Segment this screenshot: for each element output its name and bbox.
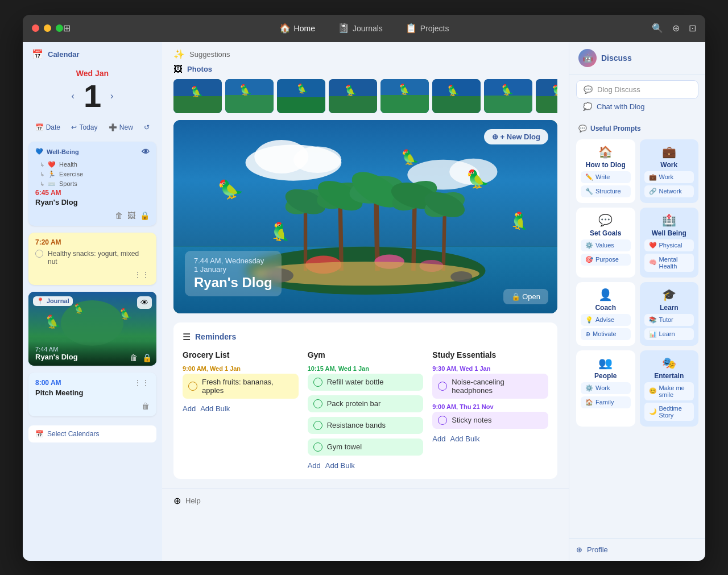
- sidebar-title: Calendar: [48, 50, 80, 59]
- right-bottom: ⊕ Profile: [569, 538, 705, 561]
- photo-thumb-8[interactable]: 🦜: [536, 79, 557, 113]
- calendar-day-label: Wed Jan: [32, 69, 153, 78]
- prompt-learn[interactable]: 🎓 Learn 📚 Tutor 📊 Learn: [640, 282, 699, 346]
- prompt-well-being[interactable]: 🏥 Well Being ❤️ Physical 🧠 Mental Health: [640, 208, 699, 278]
- nav-journals[interactable]: 📓 Journals: [333, 20, 387, 36]
- exercise-icon: 🏃: [48, 171, 56, 178]
- photo-thumb-2[interactable]: 🦜: [225, 79, 274, 113]
- grocery-add-bulk-button[interactable]: Add Bulk: [200, 404, 230, 413]
- people-icon: 👥: [598, 356, 613, 370]
- maximize-button[interactable]: [56, 24, 63, 32]
- grocery-check-1[interactable]: [188, 382, 197, 391]
- split-view-icon[interactable]: ⊡: [689, 23, 696, 34]
- window-controls: [32, 24, 63, 32]
- calendar-prev-button[interactable]: ‹: [72, 91, 75, 101]
- photo-thumb-6[interactable]: 🦜: [432, 79, 481, 113]
- photo-thumb-1[interactable]: 🦜: [173, 79, 222, 113]
- physical-button[interactable]: ❤️ Physical: [644, 239, 694, 251]
- tutor-icon: 📚: [649, 316, 657, 324]
- prompt-how-to-dlog[interactable]: 🏠 How to Dlog ✏️ Write 🔧 Structure: [576, 139, 635, 203]
- chat-icon: 💭: [583, 102, 592, 111]
- photo-thumb-4[interactable]: 🦜: [329, 79, 377, 113]
- prompt-set-goals[interactable]: 💬 Set Goals ⚙️ Values 🎯 Purpose: [576, 208, 635, 278]
- suggestions-icon: ✨: [173, 49, 185, 60]
- gym-check-2[interactable]: [313, 399, 322, 408]
- tutor-button[interactable]: 📚 Tutor: [644, 314, 694, 326]
- hide-icon[interactable]: 👁: [142, 147, 150, 156]
- date-button[interactable]: 📅 Date: [31, 121, 65, 134]
- health-item: ↳ ❤️ Health: [40, 160, 150, 169]
- learn-learn-button[interactable]: 📊 Learn: [644, 328, 694, 340]
- people-work-button[interactable]: ⚙️ Work: [581, 382, 631, 394]
- prompt-people[interactable]: 👥 People ⚙️ Work 🏠 Family: [576, 350, 635, 427]
- dlog-discuss-button[interactable]: 💬 Dlog Discuss: [576, 80, 698, 99]
- bedtime-story-button[interactable]: 🌙 Bedtime Story: [644, 403, 694, 421]
- mental-health-button[interactable]: 🧠 Mental Health: [644, 254, 694, 272]
- search-icon[interactable]: 🔍: [652, 23, 663, 34]
- network-button[interactable]: 🔗 Network: [644, 185, 694, 197]
- learn-icon: 🎓: [662, 288, 676, 301]
- today-icon: ↩: [71, 123, 77, 131]
- new-dlog-button[interactable]: ⊕ + New Dlog: [484, 129, 548, 144]
- family-button[interactable]: 🏠 Family: [581, 396, 631, 408]
- photos-strip: 🦜 🦜 🦜 🦜 🦜 🦜: [173, 79, 557, 113]
- study-add-bulk-button[interactable]: Add Bulk: [450, 435, 479, 443]
- structure-button[interactable]: 🔧 Structure: [581, 185, 631, 197]
- profile-icon: ⊕: [576, 545, 582, 554]
- select-calendars-button[interactable]: 📅 Select Calendars: [28, 425, 156, 442]
- grocery-add-button[interactable]: Add: [183, 404, 196, 413]
- lock-icon[interactable]: 🔒: [140, 211, 150, 220]
- journal-card[interactable]: 🦜 🦜 🦜 📍 Journal 👁 7:44 AM Ryan's Dlog 🗑: [28, 292, 156, 366]
- svg-rect-18: [380, 95, 429, 113]
- advise-button[interactable]: 💡 Advise: [581, 314, 631, 326]
- study-add-button[interactable]: Add: [432, 435, 445, 443]
- task-menu-icon[interactable]: ⋮⋮: [134, 270, 150, 279]
- journal-hide-icon[interactable]: 👁: [137, 296, 152, 309]
- work-work-button[interactable]: 💼 Work: [644, 171, 694, 183]
- nav-projects[interactable]: 📋 Projects: [401, 20, 454, 36]
- values-button[interactable]: ⚙️ Values: [581, 239, 631, 251]
- prompt-coach[interactable]: 👤 Coach 💡 Advise ⊕ Motivate: [576, 282, 635, 346]
- calendar-next-button[interactable]: ›: [110, 91, 113, 101]
- prompt-entertain[interactable]: 🎭 Entertain 😊 Make me smile 🌙 Bedtime St…: [640, 350, 699, 427]
- meeting-menu-icon[interactable]: ⋮⋮: [134, 378, 150, 387]
- profile-button[interactable]: ⊕ Profile: [576, 545, 608, 554]
- photo-thumb-5[interactable]: 🦜: [380, 79, 429, 113]
- sidebar-toggle-icon[interactable]: ⊞: [63, 23, 71, 34]
- chat-with-dlog-button[interactable]: 💭 Chat with Dlog: [576, 99, 698, 114]
- gym-add-bulk-button[interactable]: Add Bulk: [325, 461, 355, 470]
- study-check-1[interactable]: [438, 382, 447, 391]
- add-icon[interactable]: ⊕: [672, 23, 680, 34]
- task-checkbox[interactable]: [35, 250, 43, 258]
- nav-home[interactable]: 🏠 Home: [275, 20, 320, 36]
- gym-check-3[interactable]: [313, 421, 322, 430]
- write-button[interactable]: ✏️ Write: [581, 171, 631, 183]
- new-entry-button[interactable]: ➕ New: [104, 121, 138, 134]
- minimize-button[interactable]: [44, 24, 51, 32]
- journal-lock-icon[interactable]: 🔒: [142, 353, 152, 362]
- photo-thumb-7[interactable]: 🦜: [484, 79, 532, 113]
- prompt-work[interactable]: 💼 Work 💼 Work 🔗 Network: [640, 139, 699, 203]
- gym-check-4[interactable]: [313, 442, 322, 452]
- photo-thumb-3[interactable]: 🦜: [277, 79, 325, 113]
- motivate-button[interactable]: ⊕ Motivate: [581, 328, 631, 340]
- learn-label: Learn: [660, 304, 679, 312]
- today-button[interactable]: ↩ Today: [67, 121, 102, 134]
- hero-open-button[interactable]: 🔒 Open: [503, 289, 548, 304]
- refresh-button[interactable]: ↺: [139, 121, 154, 134]
- right-panel: 🤖 Discuss 💬 Dlog Discuss 💭 Chat with Dlo…: [569, 42, 705, 561]
- close-button[interactable]: [32, 24, 39, 32]
- photos-label: Photos: [187, 65, 212, 73]
- purpose-button[interactable]: 🎯 Purpose: [581, 254, 631, 266]
- gym-title: Gym: [308, 350, 424, 359]
- gym-check-1[interactable]: [313, 378, 322, 387]
- journal-delete-icon[interactable]: 🗑: [130, 353, 138, 362]
- nav-home-label: Home: [294, 24, 315, 33]
- study-check-2[interactable]: [438, 416, 447, 425]
- delete-icon[interactable]: 🗑: [115, 211, 123, 220]
- meeting-delete-icon[interactable]: 🗑: [142, 402, 150, 411]
- gym-add-button[interactable]: Add: [308, 461, 321, 470]
- bottom-bar: ⊕ Help: [162, 488, 569, 513]
- make-me-smile-button[interactable]: 😊 Make me smile: [644, 382, 694, 400]
- image-icon[interactable]: 🖼: [127, 211, 135, 220]
